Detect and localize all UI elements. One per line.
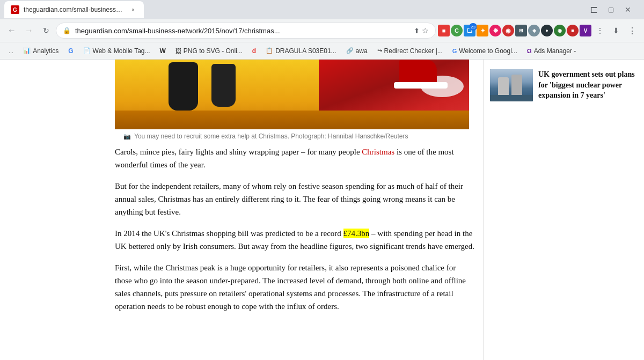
ext-icon-2[interactable]: C xyxy=(451,25,463,36)
bookmark-dragula-label: DRAGULA S03E01... xyxy=(275,47,336,55)
bookmarks-bar: ... 📊 Analytics G 📄 Web & Mobile Tag... … xyxy=(0,42,644,59)
bookmark-welcome[interactable]: G Welcome to Googl... xyxy=(448,45,522,57)
url-text: theguardian.com/small-business-network/2… xyxy=(75,27,409,35)
lock-icon: 🔒 xyxy=(63,27,71,34)
refresh-button[interactable]: ↻ xyxy=(39,23,54,38)
ext-icon-8[interactable]: ● xyxy=(541,25,553,36)
bookmark-analytics-label: Analytics xyxy=(33,47,58,55)
bookmark-web-mobile-label: Web & Mobile Tag... xyxy=(93,47,150,55)
back-button[interactable]: ← xyxy=(4,23,19,38)
active-tab[interactable]: G theguardian.com/small-business-network… xyxy=(4,1,144,18)
bookmark-dragula[interactable]: 📋 DRAGULA S03E01... xyxy=(261,45,340,57)
caption-text: You may need to recruit some extra help … xyxy=(134,133,408,140)
tab-bar: G theguardian.com/small-business-network… xyxy=(0,0,644,19)
bookmark-redirect[interactable]: ↪ Redirect Checker |... xyxy=(373,45,447,57)
bookmark-w[interactable]: W xyxy=(156,45,170,57)
image-caption: 📷 You may need to recruit some extra hel… xyxy=(115,133,483,140)
sidebar-card-text: UK government sets out plans for 'bigges… xyxy=(538,69,638,101)
bookmark-welcome-label: Welcome to Googl... xyxy=(459,47,517,55)
tab-close-button[interactable]: × xyxy=(129,5,137,14)
paragraph-3-text-before: In 2014 the UK's Christmas shopping bill… xyxy=(115,229,343,238)
ext-badge-count: 23 xyxy=(469,23,477,31)
browser-chrome: G theguardian.com/small-business-network… xyxy=(0,0,644,60)
paragraph-3: In 2014 the UK's Christmas shopping bill… xyxy=(115,227,474,253)
ext-icon-4[interactable]: ❋ xyxy=(489,25,501,36)
paragraph-4: First, while the Christmas peak is a hug… xyxy=(115,261,474,313)
chrome-menu-button[interactable]: ⋮ xyxy=(625,23,640,38)
bookmark-png-svg[interactable]: 🖼 PNG to SVG - Onli... xyxy=(171,45,247,57)
ext-icon-6[interactable]: ⊞ xyxy=(515,25,527,36)
download-button[interactable]: ⬇ xyxy=(609,23,624,38)
bookmark-awa[interactable]: 🔗 awa xyxy=(342,45,372,57)
article-image xyxy=(115,60,469,129)
bookmark-d[interactable]: d xyxy=(248,45,260,57)
address-bar-row: ← → ↻ 🔒 theguardian.com/small-business-n… xyxy=(0,19,644,42)
bookmark-ads[interactable]: Ω Ads Manager - xyxy=(523,45,581,57)
ext-icon-7[interactable]: ◈ xyxy=(528,25,540,36)
ext-icon-10[interactable]: ■ xyxy=(567,25,579,36)
sidebar-thumbnail xyxy=(490,69,533,101)
camera-icon: 📷 xyxy=(123,133,131,140)
ext-icon-1[interactable]: ■ xyxy=(438,25,450,36)
close-window-button[interactable]: ✕ xyxy=(620,2,635,17)
christmas-link[interactable]: Christmas xyxy=(362,148,394,156)
forward-button[interactable]: → xyxy=(21,23,36,38)
bookmark-analytics[interactable]: 📊 Analytics xyxy=(19,45,63,57)
bookmark-star-icon[interactable]: ☆ xyxy=(422,26,429,35)
paragraph-2: But for the independent retailers, many … xyxy=(115,180,474,218)
bookmark-google[interactable]: G xyxy=(64,45,77,57)
paragraph-1-text-before: Carols, mince pies, fairy lights and shi… xyxy=(115,148,362,156)
bookmark-web-mobile[interactable]: 📄 Web & Mobile Tag... xyxy=(79,45,155,57)
page-content: 📷 You may need to recruit some extra hel… xyxy=(0,60,644,360)
sidebar-article-card[interactable]: UK government sets out plans for 'bigges… xyxy=(490,64,638,107)
extension-toolbar: ■ C ☐ 23 ✦ ❋ ◉ ⊞ ◈ xyxy=(438,23,640,38)
ext-icon-5[interactable]: ◉ xyxy=(502,25,514,36)
sidebar-article-title: UK government sets out plans for 'bigges… xyxy=(538,70,635,99)
ext-icon-3[interactable]: ✦ xyxy=(477,25,488,36)
article-image-container xyxy=(115,60,469,129)
maximize-button[interactable]: ▢ xyxy=(603,2,618,17)
minimize-button[interactable]: ⊏ xyxy=(586,2,601,17)
bookmark-redirect-label: Redirect Checker |... xyxy=(384,47,443,55)
article-text: Carols, mince pies, fairy lights and shi… xyxy=(0,145,483,313)
tab-title: theguardian.com/small-business-network/2… xyxy=(24,6,125,13)
address-bar-icons: ⬆ ☆ xyxy=(414,26,429,35)
bookmark-awa-label: awa xyxy=(356,47,368,55)
extensions-menu-button[interactable]: ⋮ xyxy=(592,23,608,38)
main-article: 📷 You may need to recruit some extra hel… xyxy=(0,60,483,360)
sidebar: UK government sets out plans for 'bigges… xyxy=(483,60,644,360)
bookmark-ellipsis[interactable]: ... xyxy=(4,45,18,57)
ext-icon-badge[interactable]: ☐ 23 xyxy=(464,25,475,36)
tab-favicon: G xyxy=(11,5,19,14)
ext-icon-11[interactable]: V xyxy=(580,25,591,36)
bookmark-png-svg-label: PNG to SVG - Onli... xyxy=(184,47,243,55)
share-icon[interactable]: ⬆ xyxy=(414,27,420,35)
address-bar[interactable]: 🔒 theguardian.com/small-business-network… xyxy=(56,23,436,39)
highlighted-amount: £74.3bn xyxy=(343,229,370,238)
paragraph-1: Carols, mince pies, fairy lights and shi… xyxy=(115,145,474,171)
ext-icon-9[interactable]: ◉ xyxy=(554,25,566,36)
bookmark-ads-label: Ads Manager - xyxy=(534,47,576,55)
